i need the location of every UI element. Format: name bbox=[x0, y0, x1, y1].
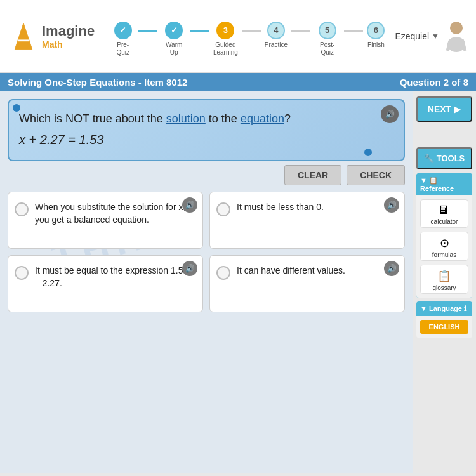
title-bar: Solving One-Step Equations - Item 8012 Q… bbox=[0, 73, 476, 91]
calculator-icon: 🖩 bbox=[439, 204, 450, 217]
question-audio-icon: 🔊 bbox=[385, 110, 395, 119]
choice-a-audio-button[interactable]: 🔊 bbox=[182, 197, 197, 213]
tools-label: TOOLS bbox=[437, 154, 465, 163]
svg-marker-0 bbox=[15, 23, 32, 50]
logo: Imagine Math bbox=[8, 20, 95, 52]
step-label-5: Post-Quiz bbox=[314, 41, 340, 56]
step-circle-5: 5 bbox=[319, 22, 336, 39]
choice-b-text: It must be less than 0. bbox=[237, 201, 324, 214]
step-circle-3: 3 bbox=[216, 22, 234, 39]
choice-d-radio[interactable] bbox=[216, 266, 230, 280]
reference-section: ▼ 📋Reference 🖩 calculator ⊙ formulas 📋 g… bbox=[416, 173, 472, 298]
choice-b-audio-button[interactable]: 🔊 bbox=[384, 197, 399, 213]
logo-icon bbox=[8, 20, 39, 52]
language-header[interactable]: ▼ Language ℹ bbox=[416, 301, 472, 316]
next-label: NEXT bbox=[428, 104, 451, 114]
step-label-1: Pre-Quiz bbox=[111, 41, 135, 56]
content-area: Which is NOT true about the solution to … bbox=[0, 91, 413, 473]
reference-label: ▼ 📋Reference bbox=[420, 176, 468, 192]
choice-c-text: It must be equal to the expression 1.53 … bbox=[35, 265, 194, 289]
question-text: Which is NOT true about the solution to … bbox=[19, 110, 393, 128]
choice-a-audio-icon: 🔊 bbox=[185, 201, 195, 209]
question-equation: x + 2.27 = 1.53 bbox=[19, 133, 393, 147]
calculator-label: calculator bbox=[431, 218, 458, 225]
user-name: Ezequiel bbox=[395, 31, 429, 41]
connector-4-5 bbox=[291, 30, 310, 32]
step-label-3: GuidedLearning bbox=[213, 41, 238, 56]
choice-b-audio-icon: 🔊 bbox=[387, 201, 397, 209]
language-body: ENGLISH bbox=[416, 316, 472, 338]
choice-b-radio[interactable] bbox=[216, 202, 230, 216]
glossary-item[interactable]: 📋 glossary bbox=[420, 265, 468, 294]
connector-3-4 bbox=[242, 30, 261, 32]
svg-point-2 bbox=[450, 22, 463, 34]
reference-body: 🖩 calculator ⊙ formulas 📋 glossary bbox=[416, 195, 472, 298]
next-arrow-icon: ▶ bbox=[454, 104, 461, 114]
logo-imagine: Imagine bbox=[42, 23, 95, 39]
language-label: ▼ Language ℹ bbox=[420, 305, 466, 313]
question-suffix: ? bbox=[284, 112, 291, 125]
step-label-2: Warm Up bbox=[161, 41, 187, 56]
choice-b-card[interactable]: It must be less than 0. 🔊 bbox=[209, 192, 405, 249]
drag-handle-tl[interactable] bbox=[13, 104, 20, 112]
connector-1-2 bbox=[138, 30, 157, 32]
step-warm-up[interactable]: ✓ Warm Up bbox=[161, 22, 187, 56]
choice-d-audio-icon: 🔊 bbox=[387, 264, 397, 273]
choice-d-card[interactable]: It can have different values. 🔊 bbox=[209, 255, 405, 312]
formulas-label: formulas bbox=[432, 251, 456, 258]
lesson-title: Solving One-Step Equations - Item 8012 bbox=[8, 77, 187, 88]
connector-5-6 bbox=[344, 30, 363, 32]
step-label-4: Practice bbox=[265, 41, 288, 49]
drag-handle-br[interactable] bbox=[364, 149, 372, 156]
step-circle-6: 6 bbox=[367, 22, 385, 39]
tools-button[interactable]: 🔧 TOOLS bbox=[416, 147, 472, 169]
question-middle: to the bbox=[206, 112, 241, 125]
equation-link[interactable]: equation bbox=[241, 112, 284, 125]
right-sidebar: NEXT ▶ 🔧 TOOLS ▼ 📋Reference 🖩 calculator… bbox=[413, 91, 476, 473]
language-section: ▼ Language ℹ ENGLISH bbox=[416, 301, 472, 338]
step-label-6: Finish bbox=[367, 41, 385, 49]
solution-link[interactable]: solution bbox=[166, 112, 206, 125]
choices-grid: When you substitute the solution for x, … bbox=[8, 192, 405, 312]
step-practice[interactable]: 4 Practice bbox=[265, 22, 288, 49]
header: Imagine Math ✓ Pre-Quiz ✓ Warm Up 3 Guid… bbox=[0, 0, 476, 73]
action-row: CLEAR CHECK bbox=[8, 165, 405, 185]
choice-d-audio-button[interactable]: 🔊 bbox=[384, 261, 399, 276]
step-finish[interactable]: 6 Finish bbox=[367, 22, 385, 49]
question-progress: Question 2 of 8 bbox=[400, 77, 468, 88]
choice-a-card[interactable]: When you substitute the solution for x, … bbox=[8, 192, 203, 249]
formulas-item[interactable]: ⊙ formulas bbox=[420, 232, 468, 261]
user-area: Ezequiel ▼ bbox=[395, 20, 468, 52]
next-button[interactable]: NEXT ▶ bbox=[416, 96, 472, 122]
choice-d-text: It can have different values. bbox=[237, 265, 345, 277]
step-guided-learning[interactable]: 3 GuidedLearning bbox=[213, 22, 238, 56]
choice-c-audio-icon: 🔊 bbox=[185, 264, 195, 273]
connector-2-3 bbox=[190, 30, 209, 32]
calculator-item[interactable]: 🖩 calculator bbox=[420, 199, 468, 228]
choice-c-audio-button[interactable]: 🔊 bbox=[182, 261, 197, 276]
glossary-icon: 📋 bbox=[437, 269, 451, 283]
tools-icon: 🔧 bbox=[424, 154, 434, 163]
reference-header[interactable]: ▼ 📋Reference bbox=[416, 173, 472, 195]
clear-button[interactable]: CLEAR bbox=[284, 165, 341, 185]
choice-c-radio[interactable] bbox=[15, 266, 29, 280]
avatar bbox=[444, 20, 468, 52]
choice-a-text: When you substitute the solution for x, … bbox=[35, 201, 194, 226]
dropdown-icon[interactable]: ▼ bbox=[432, 32, 439, 41]
choice-c-card[interactable]: It must be equal to the expression 1.53 … bbox=[8, 255, 203, 312]
choice-a-radio[interactable] bbox=[15, 202, 29, 216]
check-button[interactable]: CHECK bbox=[347, 165, 405, 185]
question-audio-button[interactable]: 🔊 bbox=[381, 105, 399, 123]
main-layout: Which is NOT true about the solution to … bbox=[0, 91, 476, 473]
step-circle-1: ✓ bbox=[114, 22, 132, 39]
step-pre-quiz[interactable]: ✓ Pre-Quiz bbox=[111, 22, 135, 56]
step-post-quiz[interactable]: 5 Post-Quiz bbox=[314, 22, 340, 56]
english-button[interactable]: ENGLISH bbox=[420, 320, 468, 334]
step-circle-2: ✓ bbox=[165, 22, 183, 39]
step-circle-4: 4 bbox=[267, 22, 285, 39]
formulas-icon: ⊙ bbox=[440, 236, 449, 250]
logo-text: Imagine Math bbox=[42, 23, 95, 50]
glossary-label: glossary bbox=[432, 284, 456, 291]
question-prefix: Which is NOT true about the bbox=[19, 112, 166, 125]
logo-math: Math bbox=[42, 39, 95, 50]
